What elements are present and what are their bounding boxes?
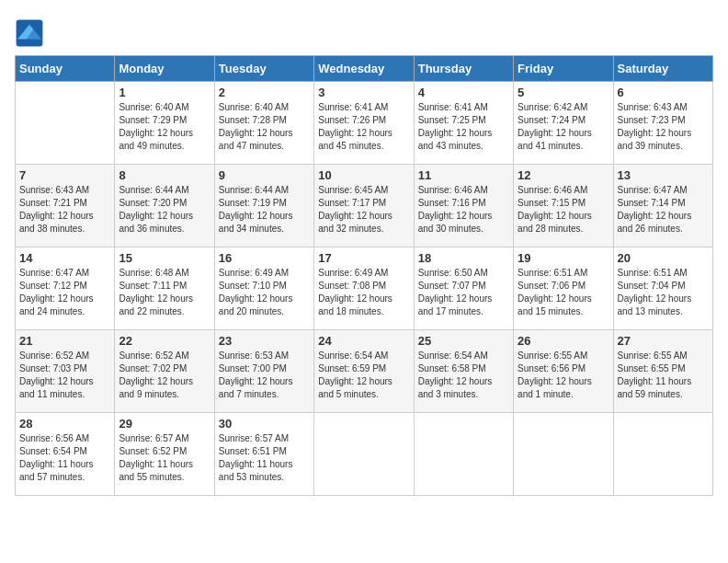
day-info: Sunrise: 6:49 AMSunset: 7:10 PMDaylight:… [219, 267, 310, 318]
calendar-day-29: 29Sunrise: 6:57 AMSunset: 6:52 PMDayligh… [115, 413, 214, 496]
day-number: 4 [418, 86, 509, 99]
calendar-day-2: 2Sunrise: 6:40 AMSunset: 7:28 PMDaylight… [214, 82, 313, 165]
day-number: 18 [418, 251, 509, 265]
calendar-empty [414, 413, 513, 496]
day-number: 1 [119, 86, 210, 99]
weekday-header-friday: Friday [514, 56, 613, 82]
calendar-day-12: 12Sunrise: 6:46 AMSunset: 7:15 PMDayligh… [514, 165, 613, 247]
weekday-header-monday: Monday [115, 56, 214, 82]
calendar-day-18: 18Sunrise: 6:50 AMSunset: 7:07 PMDayligh… [414, 247, 513, 330]
day-info: Sunrise: 6:52 AMSunset: 7:02 PMDaylight:… [119, 350, 210, 401]
day-number: 9 [219, 168, 310, 182]
day-number: 29 [119, 417, 210, 431]
day-info: Sunrise: 6:54 AMSunset: 6:58 PMDaylight:… [418, 350, 509, 401]
day-number: 20 [618, 251, 709, 265]
day-info: Sunrise: 6:48 AMSunset: 7:11 PMDaylight:… [119, 267, 210, 318]
calendar-day-22: 22Sunrise: 6:52 AMSunset: 7:02 PMDayligh… [115, 330, 214, 413]
weekday-header-sunday: Sunday [16, 56, 115, 82]
day-info: Sunrise: 6:40 AMSunset: 7:28 PMDaylight:… [219, 101, 310, 153]
calendar-empty [613, 413, 712, 496]
day-info: Sunrise: 6:54 AMSunset: 6:59 PMDaylight:… [318, 350, 409, 401]
day-number: 3 [318, 86, 409, 99]
day-number: 23 [219, 334, 310, 348]
day-info: Sunrise: 6:44 AMSunset: 7:20 PMDaylight:… [119, 184, 210, 236]
day-number: 30 [219, 417, 310, 431]
day-info: Sunrise: 6:57 AMSunset: 6:52 PMDaylight:… [119, 432, 210, 484]
day-number: 14 [19, 251, 110, 265]
day-info: Sunrise: 6:49 AMSunset: 7:08 PMDaylight:… [318, 267, 409, 318]
calendar-day-8: 8Sunrise: 6:44 AMSunset: 7:20 PMDaylight… [115, 165, 214, 247]
calendar-table: SundayMondayTuesdayWednesdayThursdayFrid… [15, 55, 713, 496]
day-info: Sunrise: 6:46 AMSunset: 7:16 PMDaylight:… [418, 184, 509, 236]
day-info: Sunrise: 6:55 AMSunset: 6:55 PMDaylight:… [618, 350, 709, 401]
calendar-day-4: 4Sunrise: 6:41 AMSunset: 7:25 PMDaylight… [414, 82, 513, 165]
logo [15, 18, 48, 48]
weekday-header-tuesday: Tuesday [214, 56, 313, 82]
day-info: Sunrise: 6:41 AMSunset: 7:25 PMDaylight:… [418, 101, 509, 153]
day-number: 25 [418, 334, 509, 348]
calendar-day-17: 17Sunrise: 6:49 AMSunset: 7:08 PMDayligh… [314, 247, 414, 330]
day-number: 24 [318, 334, 409, 348]
day-number: 8 [119, 168, 210, 182]
day-info: Sunrise: 6:45 AMSunset: 7:17 PMDaylight:… [318, 184, 409, 236]
calendar-empty [16, 82, 115, 165]
day-info: Sunrise: 6:51 AMSunset: 7:04 PMDaylight:… [618, 267, 709, 318]
day-number: 12 [518, 168, 609, 182]
day-number: 2 [219, 86, 310, 99]
day-number: 11 [418, 168, 509, 182]
calendar-day-21: 21Sunrise: 6:52 AMSunset: 7:03 PMDayligh… [16, 330, 115, 413]
day-number: 19 [518, 251, 609, 265]
day-info: Sunrise: 6:44 AMSunset: 7:19 PMDaylight:… [219, 184, 310, 236]
day-info: Sunrise: 6:43 AMSunset: 7:23 PMDaylight:… [618, 101, 709, 153]
calendar-day-28: 28Sunrise: 6:56 AMSunset: 6:54 PMDayligh… [16, 413, 115, 496]
day-number: 10 [318, 168, 409, 182]
calendar-day-15: 15Sunrise: 6:48 AMSunset: 7:11 PMDayligh… [115, 247, 214, 330]
calendar-day-24: 24Sunrise: 6:54 AMSunset: 6:59 PMDayligh… [314, 330, 414, 413]
day-info: Sunrise: 6:50 AMSunset: 7:07 PMDaylight:… [418, 267, 509, 318]
day-info: Sunrise: 6:46 AMSunset: 7:15 PMDaylight:… [518, 184, 609, 236]
calendar-day-19: 19Sunrise: 6:51 AMSunset: 7:06 PMDayligh… [514, 247, 613, 330]
calendar-day-5: 5Sunrise: 6:42 AMSunset: 7:24 PMDaylight… [514, 82, 613, 165]
day-number: 26 [518, 334, 609, 348]
day-info: Sunrise: 6:53 AMSunset: 7:00 PMDaylight:… [219, 350, 310, 401]
calendar-day-1: 1Sunrise: 6:40 AMSunset: 7:29 PMDaylight… [115, 82, 214, 165]
day-number: 6 [618, 86, 709, 99]
day-info: Sunrise: 6:57 AMSunset: 6:51 PMDaylight:… [219, 432, 310, 484]
day-info: Sunrise: 6:43 AMSunset: 7:21 PMDaylight:… [19, 184, 110, 236]
day-info: Sunrise: 6:52 AMSunset: 7:03 PMDaylight:… [19, 350, 110, 401]
day-info: Sunrise: 6:47 AMSunset: 7:14 PMDaylight:… [618, 184, 709, 236]
calendar-day-30: 30Sunrise: 6:57 AMSunset: 6:51 PMDayligh… [214, 413, 313, 496]
calendar-day-11: 11Sunrise: 6:46 AMSunset: 7:16 PMDayligh… [414, 165, 513, 247]
calendar-empty [514, 413, 613, 496]
calendar-day-7: 7Sunrise: 6:43 AMSunset: 7:21 PMDaylight… [16, 165, 115, 247]
calendar-day-20: 20Sunrise: 6:51 AMSunset: 7:04 PMDayligh… [613, 247, 712, 330]
day-number: 5 [518, 86, 609, 99]
day-number: 7 [19, 168, 110, 182]
calendar-day-6: 6Sunrise: 6:43 AMSunset: 7:23 PMDaylight… [613, 82, 712, 165]
day-info: Sunrise: 6:41 AMSunset: 7:26 PMDaylight:… [318, 101, 409, 153]
day-number: 21 [19, 334, 110, 348]
calendar-day-13: 13Sunrise: 6:47 AMSunset: 7:14 PMDayligh… [613, 165, 712, 247]
day-info: Sunrise: 6:56 AMSunset: 6:54 PMDaylight:… [19, 432, 110, 484]
calendar-empty [314, 413, 414, 496]
day-number: 22 [119, 334, 210, 348]
weekday-header-saturday: Saturday [613, 56, 712, 82]
day-info: Sunrise: 6:42 AMSunset: 7:24 PMDaylight:… [518, 101, 609, 153]
calendar-day-23: 23Sunrise: 6:53 AMSunset: 7:00 PMDayligh… [214, 330, 313, 413]
calendar-day-27: 27Sunrise: 6:55 AMSunset: 6:55 PMDayligh… [613, 330, 712, 413]
logo-icon [15, 18, 44, 48]
calendar-day-16: 16Sunrise: 6:49 AMSunset: 7:10 PMDayligh… [214, 247, 313, 330]
day-number: 13 [618, 168, 709, 182]
day-info: Sunrise: 6:40 AMSunset: 7:29 PMDaylight:… [119, 101, 210, 153]
calendar-day-25: 25Sunrise: 6:54 AMSunset: 6:58 PMDayligh… [414, 330, 513, 413]
day-number: 15 [119, 251, 210, 265]
day-number: 16 [219, 251, 310, 265]
calendar-day-9: 9Sunrise: 6:44 AMSunset: 7:19 PMDaylight… [214, 165, 313, 247]
weekday-header-wednesday: Wednesday [314, 56, 414, 82]
calendar-day-3: 3Sunrise: 6:41 AMSunset: 7:26 PMDaylight… [314, 82, 414, 165]
weekday-header-thursday: Thursday [414, 56, 513, 82]
day-info: Sunrise: 6:47 AMSunset: 7:12 PMDaylight:… [19, 267, 110, 318]
day-info: Sunrise: 6:51 AMSunset: 7:06 PMDaylight:… [518, 267, 609, 318]
day-number: 17 [318, 251, 409, 265]
day-number: 27 [618, 334, 709, 348]
